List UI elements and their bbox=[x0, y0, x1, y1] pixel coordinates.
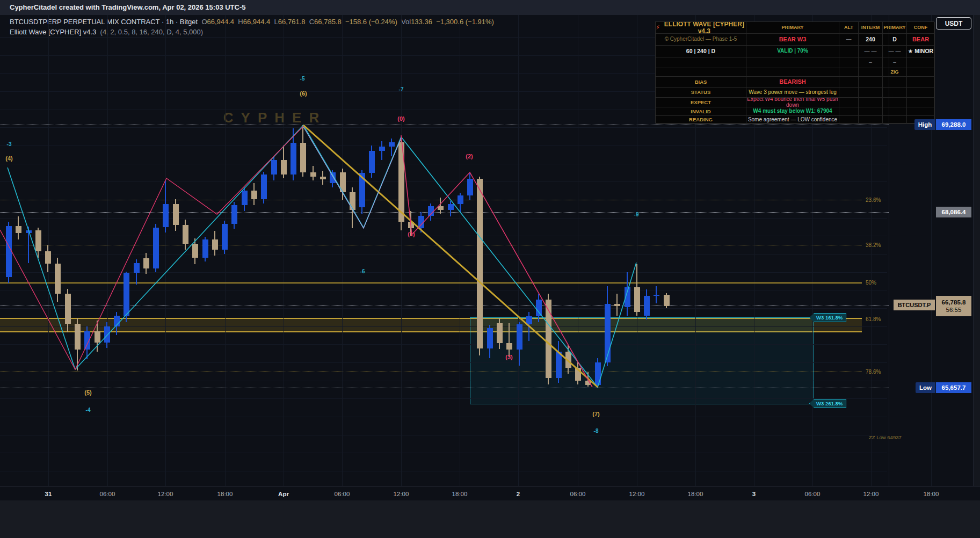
candle-body bbox=[565, 352, 571, 368]
candle-body bbox=[517, 324, 522, 350]
candle-body bbox=[556, 352, 562, 378]
candle-body bbox=[458, 195, 463, 204]
fib-level-label: 23.6% bbox=[866, 197, 881, 203]
time-axis-label: 06:00 bbox=[100, 491, 115, 497]
candle-body bbox=[45, 251, 51, 264]
panel-cell: 240 bbox=[859, 34, 883, 46]
time-axis-label: 12:00 bbox=[863, 491, 879, 497]
bottom-bar: TradingView bbox=[0, 500, 980, 538]
time-axis-label: 06:00 bbox=[805, 491, 821, 497]
candle-body bbox=[448, 204, 454, 210]
candle-body bbox=[291, 143, 296, 175]
indicator-legend[interactable]: Elliott Wave [CYPHER] v4.3 (4, 2, 0.5, 8… bbox=[10, 28, 203, 36]
grid-vline bbox=[637, 15, 637, 486]
candle-body bbox=[134, 263, 140, 273]
candle-body bbox=[369, 151, 375, 173]
candle-wick bbox=[509, 323, 510, 357]
level-line bbox=[0, 388, 889, 388]
time-axis-label: 06:00 bbox=[335, 491, 350, 497]
candle-body bbox=[438, 206, 444, 210]
panel-cell: Expect W4 bounce then final W5 push down bbox=[746, 98, 839, 107]
candle-wick bbox=[440, 198, 441, 214]
grid-hline bbox=[0, 308, 887, 309]
wave-label: -9 bbox=[634, 212, 639, 217]
candle-body bbox=[350, 192, 355, 210]
low-badge-value: 65,657.7 bbox=[936, 382, 971, 393]
panel-cell: BEARISH bbox=[746, 77, 839, 88]
candle-body bbox=[84, 331, 90, 350]
level-line bbox=[0, 372, 862, 372]
candle-body bbox=[595, 362, 601, 385]
candle-body bbox=[242, 191, 248, 205]
panel-cell bbox=[839, 88, 859, 98]
panel-cell bbox=[656, 68, 746, 77]
candle-body bbox=[536, 300, 542, 317]
volume-label: Vol bbox=[401, 18, 411, 26]
level-line bbox=[0, 125, 889, 125]
candle-body bbox=[143, 258, 149, 268]
candle-body bbox=[26, 230, 32, 233]
price-axis[interactable]: 70,500.070,250.070,000.069,750.069,500.0… bbox=[889, 15, 973, 486]
time-axis-label: 18:00 bbox=[217, 491, 233, 497]
panel-cell bbox=[839, 68, 859, 77]
w3-2618-target-chip: W3 261.8% bbox=[809, 399, 846, 408]
wave-label: (4) bbox=[5, 155, 12, 162]
candle-body bbox=[163, 204, 169, 227]
grid-hline bbox=[0, 127, 887, 128]
grid-hline bbox=[0, 453, 887, 453]
candle-body bbox=[320, 177, 326, 179]
candle-body bbox=[104, 326, 110, 343]
time-axis-label: 18:00 bbox=[924, 491, 939, 497]
volume-change: −1,300.6 (−1.91%) bbox=[436, 18, 494, 26]
panel-cell bbox=[839, 98, 859, 107]
panel-cell bbox=[839, 107, 859, 116]
candle-body bbox=[330, 172, 336, 183]
time-axis-label: 18:00 bbox=[688, 491, 703, 497]
grid-hline bbox=[0, 381, 887, 381]
panel-cell: INVALID bbox=[656, 107, 746, 116]
grid-hline bbox=[0, 435, 887, 435]
wave-label: (7) bbox=[592, 411, 599, 417]
wave-label: -8 bbox=[594, 428, 599, 434]
grid-hline bbox=[0, 146, 887, 146]
panel-cell: — bbox=[839, 34, 859, 46]
candle-body bbox=[95, 331, 100, 342]
wave-label: (2) bbox=[466, 153, 473, 159]
right-scroll-strip[interactable] bbox=[973, 15, 980, 500]
cypher-watermark: CYPHER bbox=[223, 110, 326, 126]
candle-body bbox=[625, 287, 630, 307]
symbol-legend[interactable]: BTCUSDTPERP PERPETUAL MIX CONTRACT · 1h … bbox=[10, 18, 494, 26]
ohlc-high-label: H bbox=[238, 18, 243, 26]
level-line bbox=[0, 200, 862, 200]
grid-hline bbox=[0, 290, 887, 290]
wave-label: -5 bbox=[300, 76, 305, 82]
panel-cell: VALID | 70% bbox=[746, 46, 839, 57]
grid-hline bbox=[0, 164, 887, 164]
indicator-params: (4, 2, 0.5, 8, 16, 240, D, 4, 5,000) bbox=[100, 28, 204, 36]
candle-body bbox=[408, 222, 414, 228]
time-axis-label: 3 bbox=[752, 491, 756, 497]
candle-body bbox=[418, 216, 424, 228]
candle-body bbox=[664, 295, 670, 306]
panel-cell: ALT bbox=[839, 22, 859, 34]
grid-vline bbox=[518, 15, 519, 486]
ohlc-close: 66,785.8 bbox=[314, 18, 342, 26]
panel-cell: BEAR W3 bbox=[746, 34, 839, 46]
candle-body bbox=[575, 368, 581, 381]
candle-body bbox=[261, 175, 267, 199]
grid-vline bbox=[107, 15, 108, 486]
ohlc-open: 66,944.4 bbox=[207, 18, 235, 26]
panel-cell bbox=[859, 116, 883, 124]
currency-toggle-button[interactable]: USDT bbox=[936, 17, 971, 30]
candle-body bbox=[497, 323, 503, 343]
symbol-title: BTCUSDTPERP PERPETUAL MIX CONTRACT · 1h … bbox=[10, 18, 198, 26]
panel-cell: 60 | 240 | D bbox=[656, 46, 746, 57]
grid-hline bbox=[0, 181, 887, 182]
candle-body bbox=[153, 228, 159, 269]
w3-1618-target-chip: W3 161.8% bbox=[809, 313, 846, 322]
panel-cell bbox=[746, 57, 839, 68]
candle-body bbox=[114, 316, 120, 326]
grid-hline bbox=[0, 417, 887, 417]
grid-hline bbox=[0, 344, 887, 345]
time-axis[interactable] bbox=[0, 486, 980, 500]
